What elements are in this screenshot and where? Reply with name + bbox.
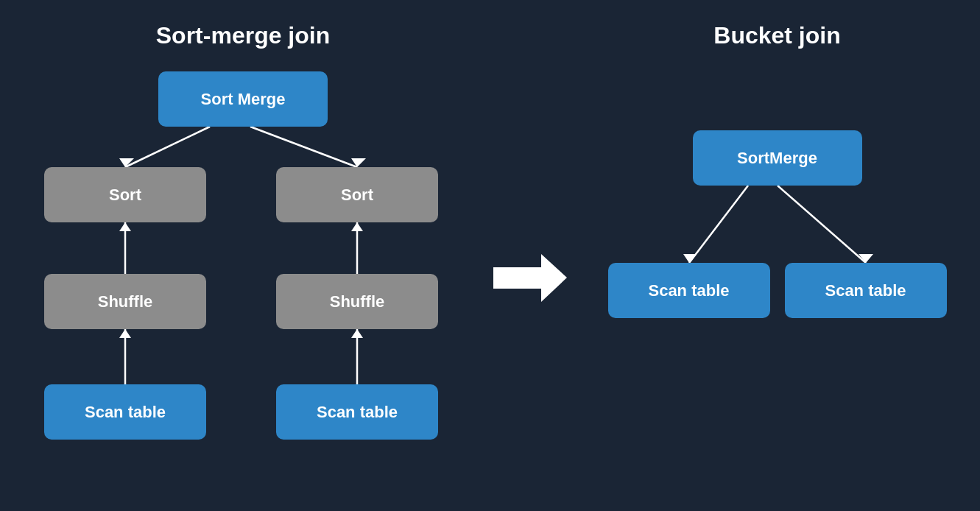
left-title: Sort-merge join bbox=[156, 22, 330, 49]
left-sort-right-node: Sort bbox=[276, 167, 438, 222]
left-shuffle-left-node: Shuffle bbox=[44, 274, 206, 329]
svg-marker-5 bbox=[119, 222, 131, 231]
svg-line-15 bbox=[778, 186, 866, 263]
transition-arrow-section bbox=[486, 0, 574, 511]
right-scan-right-node: Scan table bbox=[785, 263, 947, 318]
svg-marker-14 bbox=[683, 254, 697, 263]
right-diagram: SortMerge Scan table Scan table bbox=[601, 71, 954, 366]
left-diagram: Sort Merge Sort Sort Shuffle Shuffle Sca… bbox=[29, 71, 456, 484]
svg-line-0 bbox=[125, 127, 210, 167]
page: Sort-merge join bbox=[0, 0, 980, 511]
svg-line-2 bbox=[250, 127, 357, 167]
left-scan-left-node: Scan table bbox=[44, 384, 206, 440]
right-diagram-arrows bbox=[601, 71, 954, 366]
svg-marker-11 bbox=[351, 329, 363, 338]
svg-marker-1 bbox=[119, 158, 134, 167]
svg-marker-7 bbox=[351, 222, 363, 231]
svg-marker-16 bbox=[859, 254, 873, 263]
left-sort-merge-node: Sort Merge bbox=[158, 71, 328, 127]
right-sort-merge-node: SortMerge bbox=[693, 130, 862, 186]
left-sort-left-node: Sort bbox=[44, 167, 206, 222]
svg-marker-9 bbox=[119, 329, 131, 338]
left-section: Sort-merge join bbox=[0, 0, 486, 511]
right-section: Bucket join SortMerge Scan table S bbox=[574, 0, 980, 511]
transition-arrow-icon bbox=[493, 254, 567, 302]
left-scan-right-node: Scan table bbox=[276, 384, 438, 440]
left-shuffle-right-node: Shuffle bbox=[276, 274, 438, 329]
right-scan-left-node: Scan table bbox=[608, 263, 770, 318]
right-title: Bucket join bbox=[713, 22, 840, 49]
svg-marker-12 bbox=[493, 254, 567, 302]
svg-line-13 bbox=[689, 186, 748, 263]
svg-marker-3 bbox=[351, 158, 366, 167]
